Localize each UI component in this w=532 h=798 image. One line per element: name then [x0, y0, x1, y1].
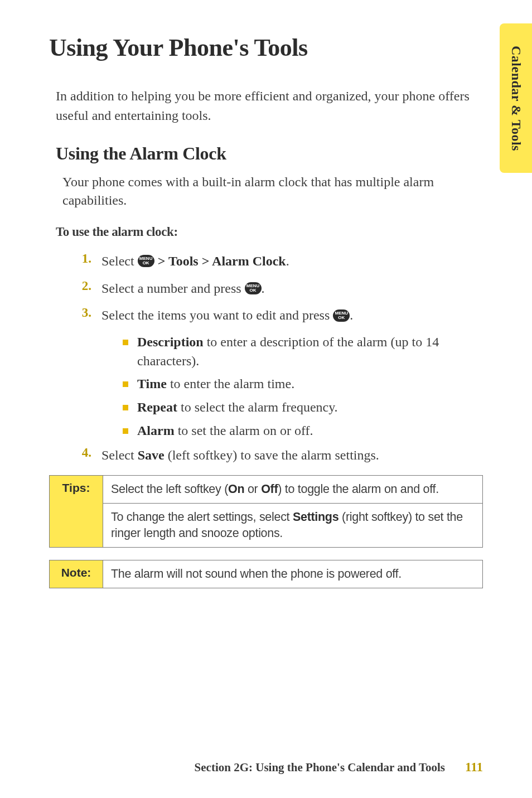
text-fragment: . — [262, 281, 265, 296]
intro-paragraph: In addition to helping you be more effic… — [56, 86, 483, 125]
bullet-rest: to set the alarm on or off. — [175, 423, 313, 438]
step-text: Select a number and press MENU OK. — [101, 279, 483, 298]
bullet-term: Time — [137, 376, 167, 391]
bold-term: Save — [138, 448, 165, 462]
bullet-rest: to select the alarm frequency. — [177, 400, 338, 414]
callout-row: Tips: Select the left softkey (On or Off… — [50, 476, 482, 547]
callout-body: The alarm will not sound when the phone … — [103, 560, 482, 588]
step-number: 2. — [62, 279, 101, 293]
menu-ok-icon: MENU OK — [245, 282, 262, 294]
bullet-term: Repeat — [137, 400, 177, 414]
steps-list: 1. Select MENU OK > Tools > Alarm Clock.… — [62, 252, 483, 325]
step-2: 2. Select a number and press MENU OK. — [62, 279, 483, 298]
callout-label: Note: — [50, 560, 103, 588]
callout-body: Select the left softkey (On or Off) to t… — [103, 476, 482, 503]
bold-term: Settings — [293, 510, 338, 524]
step-text: Select Save (left softkey) to save the a… — [101, 446, 483, 465]
note-callout: Note: The alarm will not sound when the … — [49, 560, 483, 588]
bold-term: On — [228, 482, 244, 496]
page-title: Using Your Phone's Tools — [49, 33, 483, 62]
text-fragment: ) to toggle the alarm on and off. — [278, 482, 439, 496]
text-fragment: Select the left softkey ( — [111, 482, 228, 496]
procedure-heading: To use the alarm clock: — [56, 225, 483, 239]
sub-bullet: Description to enter a description of th… — [123, 333, 483, 370]
callout-body: To change the alert settings, select Set… — [103, 503, 482, 547]
steps-list-continued: 4. Select Save (left softkey) to save th… — [62, 446, 483, 465]
text-fragment: Select a number and press — [101, 281, 245, 296]
sub-bullet: Repeat to select the alarm frequency. — [123, 398, 483, 417]
callout-label: Tips: — [50, 476, 103, 547]
tips-callout: Tips: Select the left softkey (On or Off… — [49, 475, 483, 548]
text-fragment: or — [244, 482, 261, 496]
step-3: 3. Select the items you want to edit and… — [62, 306, 483, 325]
sub-bullets: Description to enter a description of th… — [123, 333, 483, 440]
sub-bullet: Alarm to set the alarm on or off. — [123, 422, 483, 441]
page-content: Using Your Phone's Tools In addition to … — [0, 0, 532, 588]
side-tab-label: Calendar & Tools — [509, 46, 524, 151]
step-text: Select the items you want to edit and pr… — [101, 306, 483, 325]
menu-path: > Tools > Alarm Clock — [154, 254, 286, 268]
step-number: 1. — [62, 252, 101, 266]
bold-term: Off — [261, 482, 278, 496]
step-1: 1. Select MENU OK > Tools > Alarm Clock. — [62, 252, 483, 271]
text-fragment: . — [350, 308, 353, 322]
step-4: 4. Select Save (left softkey) to save th… — [62, 446, 483, 465]
section-heading: Using the Alarm Clock — [56, 143, 483, 164]
callout-row: Note: The alarm will not sound when the … — [50, 560, 482, 588]
bullet-term: Description — [137, 335, 204, 349]
text-fragment: Select — [101, 448, 138, 462]
text-fragment: Select — [101, 254, 138, 268]
side-tab: Calendar & Tools — [500, 23, 532, 173]
step-number: 4. — [62, 446, 101, 460]
callout-body-column: Select the left softkey (On or Off) to t… — [103, 476, 482, 547]
page-footer: Section 2G: Using the Phone's Calendar a… — [0, 760, 532, 775]
text-fragment: Select the items you want to edit and pr… — [101, 308, 333, 322]
section-body: Your phone comes with a built-in alarm c… — [62, 173, 483, 210]
step-text: Select MENU OK > Tools > Alarm Clock. — [101, 252, 483, 271]
menu-ok-icon: MENU OK — [138, 255, 154, 267]
sub-bullet: Time to enter the alarm time. — [123, 375, 483, 394]
bullet-term: Alarm — [137, 423, 175, 438]
text-fragment: (left softkey) to save the alarm setting… — [165, 448, 379, 462]
text-fragment: To change the alert settings, select — [111, 510, 293, 524]
footer-page-number: 111 — [465, 760, 483, 775]
step-number: 3. — [62, 306, 101, 320]
bullet-rest: to enter the alarm time. — [167, 376, 294, 391]
menu-ok-icon: MENU OK — [333, 309, 350, 322]
text-fragment: . — [286, 254, 289, 268]
footer-section-title: Section 2G: Using the Phone's Calendar a… — [195, 761, 445, 775]
